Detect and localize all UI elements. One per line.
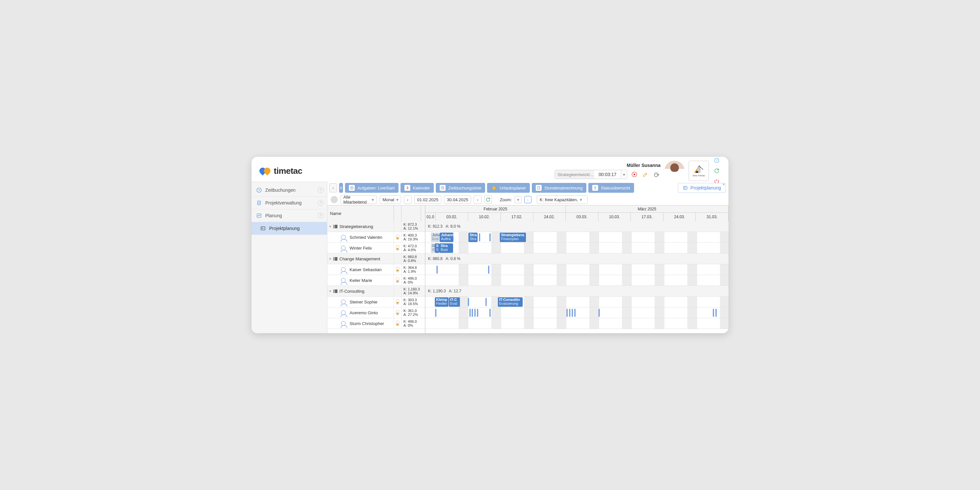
resource-row[interactable]: Aceremo GintoK: 361.0A: 27.2% <box>327 307 425 318</box>
timeline-group-row: K: 1,190.3 A: 12.7 <box>425 286 729 297</box>
tab-aufgaben[interactable]: Aufgaben: LiveStart <box>345 183 399 193</box>
partial-tab[interactable]: n <box>339 183 343 193</box>
stop-icon[interactable] <box>630 170 638 178</box>
group-row[interactable]: ▾IT-ConsultingK: 1,160.3A: 14.9% <box>327 286 425 297</box>
resource-row[interactable]: Keiler MarieK: 496.0A: 0% <box>327 275 425 286</box>
row-name: IT-Consulting <box>339 289 364 294</box>
help-icon[interactable]: ? <box>318 187 324 193</box>
resource-row[interactable]: Schmied ValentinK: 400.3A: 19.3% <box>327 232 425 243</box>
chevron-down-icon[interactable]: ▾ <box>329 289 331 293</box>
refresh-button[interactable] <box>484 195 492 204</box>
zoom-in-button[interactable]: + <box>514 196 522 203</box>
calendar-badge-icon[interactable] <box>396 245 399 251</box>
allocation-tick <box>479 233 480 242</box>
calendar-badge-icon[interactable] <box>396 267 399 272</box>
task-bar[interactable]: StraBusi <box>439 243 453 253</box>
allocation-tick <box>489 233 491 242</box>
task-bar[interactable]: IT-ConsultinEvaluierung <box>498 297 523 307</box>
tab-statusuebersicht[interactable]: Statusübersicht <box>588 183 634 193</box>
task-bar[interactable]: StraStra <box>468 232 477 242</box>
clipboard-icon <box>256 200 262 206</box>
tabs-row: ‹ n Aufgaben: LiveStart 3Kalender Zeitbu… <box>327 181 729 194</box>
help-icon[interactable]: ? <box>318 200 324 206</box>
edit-icon[interactable] <box>641 170 649 178</box>
time-tracking-widget: Strategieentwickl… 00:03:17 ▾ <box>555 170 627 179</box>
logo: timetac <box>259 166 302 176</box>
timeline-body[interactable]: K: 912.3 A: 8.0 %JohaErstJohannAuftraStr… <box>425 221 729 333</box>
chevron-down-icon[interactable]: ▾ <box>329 257 331 261</box>
help-icon[interactable]: ? <box>713 157 721 164</box>
timeline-group-row: K: 860.8 A: 0.8 % <box>425 253 729 264</box>
date-to-input[interactable]: 30.04.2025 <box>444 195 471 204</box>
task-bar[interactable]: StrategieberaFinanzplan <box>500 232 526 242</box>
chevron-down-icon[interactable]: ▾ <box>329 224 331 229</box>
task-bar[interactable]: JohannAuftra <box>440 232 453 242</box>
user-icon <box>341 310 345 315</box>
sidebar-item-projektplanung[interactable]: Projektplanung <box>251 222 327 235</box>
company-logo[interactable]: Ihre Firma <box>689 161 709 181</box>
timeline[interactable]: Februar 2025März 2025 01.003.02.10.02.17… <box>425 205 729 333</box>
task-bar[interactable]: JohaErst <box>431 232 440 242</box>
tracking-task[interactable]: Strategieentwickl… <box>555 170 594 179</box>
calendar-badge-icon[interactable] <box>396 299 399 304</box>
svg-rect-13 <box>683 186 687 189</box>
employee-select[interactable]: Alle Mitarbeitend▾ <box>340 195 377 204</box>
allocation-tick <box>469 309 471 317</box>
sun-icon: ☀️ <box>491 185 497 191</box>
allocation-tick <box>713 309 714 317</box>
company-caption: Ihre Firma <box>693 174 705 177</box>
group-row[interactable]: ▾StrategieberatungK: 872.3A: 12.1% <box>327 221 425 232</box>
capacity-filter-select[interactable]: K: freie Kapazitäten,▾ <box>537 195 588 204</box>
logo-mark <box>259 167 270 174</box>
resource-row[interactable]: Winter FelixK: 472.0A: 4.8% <box>327 243 425 253</box>
sidebar-item-zeitbuchungen[interactable]: Zeitbuchungen ? <box>251 184 327 197</box>
tab-urlaubsplaner[interactable]: ☀️Urlaubsplaner <box>487 183 530 193</box>
tab-zeitbuchungsliste[interactable]: Zeitbuchungsliste <box>436 183 485 193</box>
task-bar[interactable]: GIS <box>431 243 435 253</box>
coffee-icon[interactable] <box>653 170 660 178</box>
sidebar-item-planung[interactable]: Planung ? <box>251 209 327 222</box>
tabs-scroll-left[interactable]: ‹ <box>329 183 337 192</box>
date-next-button[interactable]: › <box>474 195 482 204</box>
resource-row[interactable]: Sturm ChristopherK: 496.0A: 0% <box>327 318 425 329</box>
resource-row[interactable]: Steiner SophieK: 303.3A: 18.5% <box>327 297 425 307</box>
task-bar[interactable]: IT-CEval <box>449 297 460 307</box>
resource-row[interactable]: Kaiser SebastianK: 364.8A: 1.9% <box>327 264 425 275</box>
header-action-icons: ? <box>713 157 721 185</box>
allocation-tick <box>566 309 568 317</box>
refresh-icon[interactable] <box>713 167 721 175</box>
user-name: Müller Susanna <box>627 163 660 168</box>
app-header: timetac Müller Susanna Strategieentwickl… <box>251 157 729 181</box>
tab-kalender[interactable]: 3Kalender <box>401 183 434 193</box>
help-icon[interactable]: ? <box>318 213 324 218</box>
group-row[interactable]: ▾Change ManagementK: 860.8A: 0.8% <box>327 253 425 264</box>
calendar-badge-icon[interactable] <box>396 278 399 283</box>
period-select[interactable]: Monat▾ <box>380 195 401 204</box>
team-icon <box>333 257 337 261</box>
tracking-dropdown[interactable]: ▾ <box>621 170 627 179</box>
svg-rect-8 <box>261 227 265 230</box>
tracking-time: 00:03:17 <box>596 172 619 177</box>
allocation-tick <box>474 309 476 317</box>
user-avatar[interactable] <box>665 161 685 181</box>
svg-point-12 <box>595 186 596 188</box>
timeline-row: KleinpFiedlerIT-CEvalIT-ConsultinEvaluie… <box>425 297 729 307</box>
tab-projektplanung-active[interactable]: Projektplanung × <box>678 183 726 193</box>
sidebar-label: Projektverwaltung <box>265 200 302 205</box>
date-from-input[interactable]: 01.02.2025 <box>414 195 441 204</box>
close-icon[interactable]: × <box>722 182 725 187</box>
calendar-badge-icon[interactable] <box>396 235 399 240</box>
team-icon <box>333 225 337 228</box>
zoom-out-button[interactable]: - <box>524 196 531 203</box>
project-icon <box>683 185 688 191</box>
task-bar[interactable]: KleinpFiedler <box>435 297 449 307</box>
tab-stundenabrechnung[interactable]: Stundenabrechnung <box>532 183 586 193</box>
calendar-badge-icon[interactable] <box>396 321 399 326</box>
calendar-badge-icon[interactable] <box>396 310 399 315</box>
allocation-tick <box>715 309 717 317</box>
toolbar: Alle Mitarbeitend▾ Monat▾ ‹ 01.02.2025 3… <box>327 194 729 205</box>
task-bar[interactable]: SS <box>435 243 439 253</box>
date-prev-button[interactable]: ‹ <box>404 195 412 204</box>
sidebar-label: Planung <box>265 213 282 218</box>
sidebar-item-projektverwaltung[interactable]: Projektverwaltung ? <box>251 197 327 209</box>
